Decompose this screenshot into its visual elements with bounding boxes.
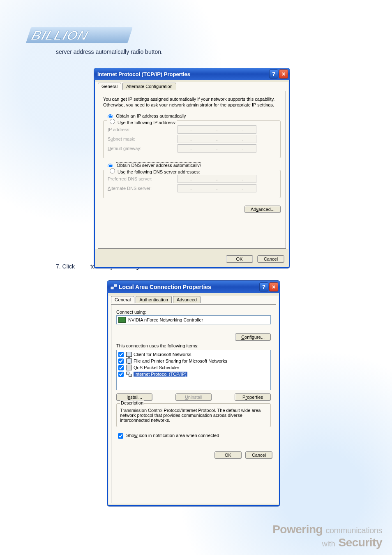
tab-general[interactable]: General bbox=[98, 83, 121, 90]
item-checkbox[interactable] bbox=[118, 358, 124, 364]
adapter-name: NVIDIA nForce Networking Controller bbox=[128, 317, 203, 322]
radio-use-dns-label: Use the following DNS server addresses: bbox=[118, 169, 200, 174]
list-item[interactable]: QoS Packet Scheduler bbox=[118, 364, 270, 371]
description-text: You can get IP settings assigned automat… bbox=[103, 96, 281, 108]
tab-authentication[interactable]: Authentication bbox=[136, 296, 172, 303]
uninstall-button: Uninstall bbox=[175, 393, 212, 401]
close-icon[interactable]: × bbox=[269, 282, 278, 291]
list-item[interactable]: Client for Microsoft Networks bbox=[118, 351, 270, 358]
advanced-button[interactable]: Advanced... bbox=[244, 206, 281, 213]
ip-address-label: IP address: bbox=[108, 127, 178, 132]
default-gateway-input: ... bbox=[178, 144, 256, 153]
client-icon bbox=[126, 352, 132, 357]
step7-prefix: 7. Click bbox=[56, 263, 75, 270]
footer-tagline: Powering communications with Security bbox=[272, 523, 382, 549]
show-icon-label: Show icon in notification area when conn… bbox=[126, 433, 219, 438]
install-button[interactable]: Install... bbox=[116, 393, 152, 401]
alternate-dns-input: ... bbox=[178, 184, 256, 192]
list-item[interactable]: File and Printer Sharing for Microsoft N… bbox=[118, 358, 270, 364]
ip-address-input: ... bbox=[178, 125, 256, 134]
item-label: QoS Packet Scheduler bbox=[134, 365, 179, 370]
titlebar[interactable]: Local Area Connection Properties ? × bbox=[107, 281, 280, 293]
radio-use-dns[interactable] bbox=[110, 168, 115, 173]
tab-alternate-configuration[interactable]: Alternate Configuration bbox=[122, 83, 176, 90]
titlebar[interactable]: Internet Protocol (TCP/IP) Properties ? … bbox=[94, 68, 290, 80]
ok-button[interactable]: OK bbox=[214, 451, 242, 459]
ok-button[interactable]: OK bbox=[226, 255, 253, 263]
preferred-dns-input: ... bbox=[178, 175, 256, 183]
adapter-field: NVIDIA nForce Networking Controller bbox=[116, 315, 271, 324]
default-gateway-label: Default gateway: bbox=[108, 146, 178, 151]
close-icon[interactable]: × bbox=[279, 69, 288, 79]
tab-general[interactable]: General bbox=[111, 296, 134, 303]
cancel-button[interactable]: Cancel bbox=[245, 451, 272, 459]
lan-properties-dialog: Local Area Connection Properties ? × Gen… bbox=[107, 280, 280, 506]
help-icon[interactable]: ? bbox=[269, 69, 278, 79]
cancel-button[interactable]: Cancel bbox=[257, 255, 284, 263]
item-checkbox[interactable] bbox=[118, 365, 124, 370]
item-checkbox[interactable] bbox=[118, 372, 124, 377]
items-label: This connection uses the following items… bbox=[116, 343, 271, 348]
caption-text: server address automatically radio butto… bbox=[56, 49, 163, 55]
subnet-mask-input: ... bbox=[178, 135, 256, 143]
configure-button[interactable]: Configure... bbox=[235, 333, 271, 341]
radio-use-ip-label: Use the following IP address: bbox=[118, 120, 176, 125]
protocol-icon bbox=[126, 371, 132, 377]
properties-button[interactable]: Properties bbox=[235, 393, 271, 401]
alternate-dns-label: Alternate DNS server: bbox=[108, 186, 178, 191]
preferred-dns-label: Preferred DNS server: bbox=[108, 176, 178, 181]
dialog-title: Internet Protocol (TCP/IP) Properties bbox=[97, 71, 268, 77]
svg-rect-2 bbox=[111, 287, 113, 289]
dialog-title: Local Area Connection Properties bbox=[119, 284, 258, 290]
share-icon bbox=[126, 358, 132, 364]
item-checkbox[interactable] bbox=[118, 352, 124, 357]
connection-icon bbox=[111, 284, 117, 290]
qos-icon bbox=[126, 365, 132, 370]
show-icon-checkbox[interactable] bbox=[118, 433, 123, 439]
item-label: Internet Protocol (TCP/IP) bbox=[134, 372, 187, 377]
description-text: Transmission Control Protocol/Internet P… bbox=[120, 408, 261, 423]
radio-use-ip[interactable] bbox=[110, 119, 115, 124]
item-label: Client for Microsoft Networks bbox=[134, 352, 191, 357]
list-item[interactable]: Internet Protocol (TCP/IP) bbox=[118, 371, 270, 377]
nic-icon bbox=[118, 317, 126, 323]
tab-advanced[interactable]: Advanced bbox=[173, 296, 201, 303]
svg-text:BILLION: BILLION bbox=[30, 28, 90, 43]
item-label: File and Printer Sharing for Microsoft N… bbox=[134, 358, 227, 363]
help-icon[interactable]: ? bbox=[259, 282, 268, 291]
items-list[interactable]: Client for Microsoft Networks File and P… bbox=[116, 350, 271, 390]
tcpip-properties-dialog: Internet Protocol (TCP/IP) Properties ? … bbox=[94, 68, 290, 268]
subnet-mask-label: Subnet mask: bbox=[108, 136, 178, 141]
description-legend: Description bbox=[120, 400, 144, 405]
connect-using-label: Connect using: bbox=[116, 310, 271, 314]
description-frame: Description Transmission Control Protoco… bbox=[116, 403, 271, 427]
